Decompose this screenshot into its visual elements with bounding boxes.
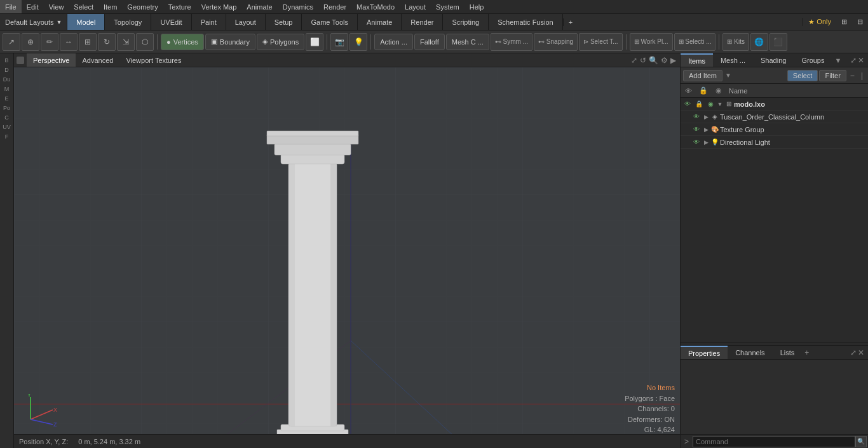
action-button[interactable]: Action ... (374, 34, 413, 50)
tab-render[interactable]: Render (402, 14, 443, 30)
command-search-button[interactable]: 🔍 (855, 436, 867, 447)
menu-edit[interactable]: Edit (22, 0, 44, 13)
menu-select[interactable]: Select (69, 0, 98, 13)
menu-layout[interactable]: Layout (400, 0, 431, 13)
left-item-8[interactable]: UV (1, 123, 13, 132)
tab-mesh[interactable]: Mesh ... (713, 53, 753, 67)
work-pl-button[interactable]: ⊞ Work Pl... (630, 33, 673, 51)
symm-button[interactable]: ⊷ Symm ... (491, 33, 532, 51)
items-child-row-2[interactable]: 👁 ▶ 🎨 Texture Group (681, 123, 868, 136)
snapping-button[interactable]: ⊷ Snapping (534, 33, 578, 51)
left-item-4[interactable]: M (1, 85, 13, 93)
add-item-button[interactable]: Add Item (683, 70, 722, 81)
falloff-button[interactable]: Falloff (414, 34, 445, 50)
left-item-7[interactable]: C (1, 113, 13, 122)
move-tool-icon[interactable]: ↔ (60, 33, 78, 51)
extra-tool-icon[interactable]: ⬜ (306, 33, 323, 51)
vp-tab-perspective[interactable]: Perspective (27, 53, 76, 67)
left-item-1[interactable]: B (1, 56, 13, 65)
left-item-2[interactable]: D (1, 65, 13, 74)
vp-tab-advanced[interactable]: Advanced (76, 53, 119, 67)
mesh-c-button[interactable]: Mesh C ... (446, 34, 489, 50)
menu-geometry[interactable]: Geometry (122, 0, 163, 13)
globe-icon[interactable]: 🌐 (750, 33, 768, 51)
light-icon[interactable]: 💡 (349, 33, 367, 51)
filter-button[interactable]: Filter (819, 70, 846, 81)
rotate-tool-icon[interactable]: ↻ (98, 33, 116, 51)
tab-layout[interactable]: Layout (226, 14, 266, 30)
select-tool-icon[interactable]: ↗ (3, 33, 20, 51)
items-tab-arrow[interactable]: ▼ (832, 57, 844, 64)
menu-render[interactable]: Render (318, 0, 351, 13)
cube-icon[interactable]: ⬛ (770, 33, 787, 51)
viewport-dot[interactable] (17, 57, 24, 64)
root-lock-icon[interactable]: 🔒 (693, 100, 705, 107)
tab-lists[interactable]: Lists (773, 346, 803, 359)
boundary-button[interactable]: ▣ Boundary (205, 34, 255, 50)
menu-maxtomodo[interactable]: MaxToModo (351, 0, 400, 13)
tab-items[interactable]: Items (681, 53, 713, 67)
command-input[interactable] (693, 436, 855, 447)
viewport-canvas[interactable]: No Items Polygons : Face Channels: 0 Def… (14, 67, 680, 448)
tab-paint[interactable]: Paint (192, 14, 226, 30)
layout-icon-1[interactable]: ⊞ (836, 14, 852, 30)
kits-button[interactable]: ⊞ Kits (722, 33, 749, 51)
child2-vis-icon[interactable]: 👁 (691, 126, 702, 133)
vertices-button[interactable]: ● Vertices (161, 34, 204, 50)
pen-tool-icon[interactable]: ✏ (41, 33, 58, 51)
props-expand-icon[interactable]: ⤢ (850, 348, 857, 357)
add-layout-button[interactable]: + (563, 18, 578, 26)
menu-help[interactable]: Help (465, 0, 489, 13)
tab-schematic-fusion[interactable]: Schematic Fusion (489, 14, 562, 30)
menu-item[interactable]: Item (98, 0, 122, 13)
menu-system[interactable]: System (431, 0, 465, 13)
vp-icon-search[interactable]: 🔍 (649, 56, 658, 65)
items-expand-icon[interactable]: ⤢ (850, 56, 857, 65)
layout-dropdown[interactable]: Default Layouts ▼ (0, 14, 67, 30)
tab-channels[interactable]: Channels (728, 346, 772, 359)
left-item-9[interactable]: F (1, 132, 13, 141)
tab-scripting[interactable]: Scripting (443, 14, 489, 30)
selecti-button[interactable]: ⊞ Selecti ... (674, 33, 716, 51)
menu-animate[interactable]: Animate (241, 0, 277, 13)
layout-icon-2[interactable]: ⊟ (852, 14, 868, 30)
items-root-row[interactable]: 👁 🔒 ◉ ▼ ⊞ modo.lxo (681, 98, 868, 111)
props-add-icon[interactable]: + (802, 348, 811, 357)
select-button[interactable]: Select (787, 70, 818, 81)
tab-properties[interactable]: Properties (681, 346, 728, 359)
tab-setup[interactable]: Setup (266, 14, 302, 30)
shield-tool-icon[interactable]: ⬡ (136, 33, 154, 51)
items-child-row-1[interactable]: 👁 ▶ ◈ Tuscan_Order_Classical_Column (681, 111, 868, 123)
vp-icon-arrow[interactable]: ▶ (670, 56, 676, 65)
tab-shading[interactable]: Shading (753, 53, 794, 67)
child2-expand-icon[interactable]: ▶ (702, 126, 710, 133)
items-toolbar-minus[interactable]: − (848, 71, 857, 80)
menu-texture[interactable]: Texture (163, 0, 196, 13)
props-close-icon[interactable]: ✕ (858, 348, 864, 357)
child1-expand-icon[interactable]: ▶ (702, 114, 710, 120)
root-vis-icon[interactable]: 👁 (682, 100, 693, 107)
root-render-icon[interactable]: ◉ (705, 100, 716, 107)
tab-uvedit[interactable]: UVEdit (151, 14, 191, 30)
vp-tab-viewport-textures[interactable]: Viewport Textures (119, 53, 187, 67)
vp-icon-refresh[interactable]: ↺ (640, 56, 646, 65)
root-expand-icon[interactable]: ▼ (716, 101, 724, 107)
camera-icon[interactable]: 📷 (330, 33, 348, 51)
tab-animate[interactable]: Animate (358, 14, 402, 30)
tab-model[interactable]: Model (67, 14, 105, 30)
world-tool-icon[interactable]: ⊕ (22, 33, 39, 51)
menu-file[interactable]: File (0, 0, 22, 13)
child3-expand-icon[interactable]: ▶ (702, 139, 710, 146)
items-child-row-3[interactable]: 👁 ▶ 💡 Directional Light (681, 136, 868, 149)
menu-vertexmap[interactable]: Vertex Map (196, 0, 242, 13)
left-item-6[interactable]: Po (1, 104, 13, 112)
menu-dynamics[interactable]: Dynamics (278, 0, 318, 13)
child3-vis-icon[interactable]: 👁 (691, 139, 702, 146)
vp-icon-gear[interactable]: ⚙ (661, 56, 668, 65)
tab-groups[interactable]: Groups (794, 53, 832, 67)
child1-vis-icon[interactable]: 👁 (691, 113, 702, 120)
left-item-5[interactable]: E (1, 94, 13, 103)
tab-topology[interactable]: Topology (105, 14, 151, 30)
add-item-arrow[interactable]: ▼ (724, 72, 733, 79)
menu-view[interactable]: View (44, 0, 69, 13)
